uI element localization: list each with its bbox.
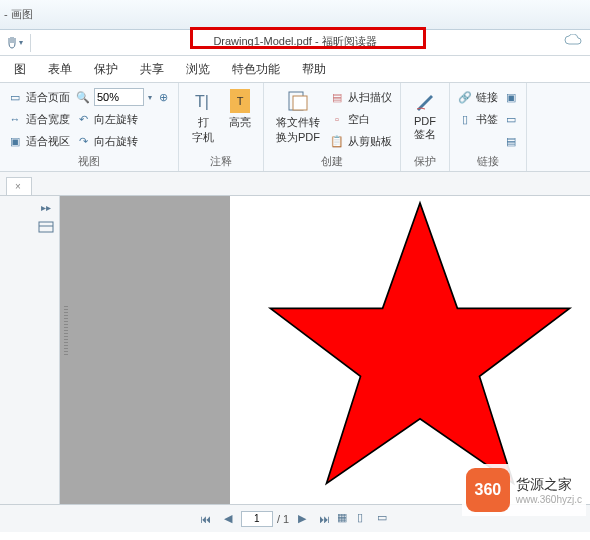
ribbon-protect-label: 保护 — [409, 154, 441, 169]
pen-icon — [413, 89, 437, 113]
extra-icon-2: ▭ — [504, 112, 518, 126]
panel-layers-button[interactable] — [37, 220, 55, 234]
pdf-sign-button[interactable]: PDF 签名 — [409, 87, 441, 144]
link-icon: 🔗 — [458, 90, 472, 104]
zoom-controls: 🔍 ▾ ⊕ — [76, 87, 170, 107]
watermark-url: www.360hyzj.c — [516, 494, 582, 505]
highlight-icon: T — [230, 89, 250, 113]
fit-width-icon: ↔ — [8, 112, 22, 126]
svg-rect-2 — [293, 96, 307, 110]
title-partial: - 画图 — [0, 7, 33, 22]
menu-tu[interactable]: 图 — [4, 58, 36, 81]
zoom-select[interactable] — [94, 88, 144, 106]
close-tab-icon[interactable]: × — [15, 181, 21, 192]
fit-page-icon: ▭ — [8, 90, 22, 104]
scanner-icon: ▤ — [330, 90, 344, 104]
typewriter-button[interactable]: T| 打 字机 — [187, 87, 219, 147]
zoom-dropdown-icon[interactable]: ▾ — [148, 93, 152, 102]
from-clipboard-button[interactable]: 📋从剪贴板 — [330, 131, 392, 151]
titlebar: - 画图 — [0, 0, 590, 30]
menu-features[interactable]: 特色功能 — [222, 58, 290, 81]
page-number-input[interactable] — [241, 511, 273, 527]
title-highlight-box — [190, 27, 426, 49]
first-page-button[interactable]: ⏮ — [197, 510, 215, 528]
prev-page-button[interactable]: ◀ — [219, 510, 237, 528]
rotate-right-icon: ↷ — [76, 134, 90, 148]
red-star-shape — [250, 196, 590, 504]
ribbon-group-protect: PDF 签名 保护 — [401, 83, 450, 171]
svg-marker-5 — [270, 203, 569, 484]
menu-help[interactable]: 帮助 — [292, 58, 336, 81]
watermark: 360 货源之家 www.360hyzj.c — [462, 464, 586, 516]
next-page-button[interactable]: ▶ — [293, 510, 311, 528]
link-button[interactable]: 🔗链接 — [458, 87, 498, 107]
fit-view-button[interactable]: ▣适合视区 — [8, 131, 70, 151]
view-mode-3-icon[interactable]: ▭ — [377, 511, 393, 527]
menu-share[interactable]: 共享 — [130, 58, 174, 81]
svg-text:T|: T| — [195, 93, 209, 110]
ribbon-group-view: ▭适合页面 ↔适合宽度 ▣适合视区 🔍 ▾ ⊕ ↶向左旋转 ↷向右旋转 视图 — [0, 83, 179, 171]
extra-button-1[interactable]: ▣ — [504, 87, 518, 107]
ribbon-links-label: 链接 — [458, 154, 518, 169]
menu-browse[interactable]: 浏览 — [176, 58, 220, 81]
watermark-badge: 360 — [466, 468, 510, 512]
cloud-icon[interactable] — [564, 32, 582, 44]
blank-icon: ▫ — [330, 112, 344, 126]
page-total-label: / 1 — [277, 513, 289, 525]
content-area: ▸▸ — [0, 196, 590, 504]
ribbon: ▭适合页面 ↔适合宽度 ▣适合视区 🔍 ▾ ⊕ ↶向左旋转 ↷向右旋转 视图 T… — [0, 82, 590, 172]
convert-to-pdf-button[interactable]: 将文件转 换为PDF — [272, 87, 324, 151]
bookmark-icon: ▯ — [458, 112, 472, 126]
bookmark-button[interactable]: ▯书签 — [458, 109, 498, 129]
ribbon-view-label: 视图 — [8, 154, 170, 169]
watermark-title: 货源之家 — [516, 476, 582, 494]
zoom-in-icon[interactable]: ⊕ — [156, 90, 170, 104]
clipboard-icon: 📋 — [330, 134, 344, 148]
extra-button-3[interactable]: ▤ — [504, 131, 518, 151]
fit-width-button[interactable]: ↔适合宽度 — [8, 109, 70, 129]
view-mode-1-icon[interactable]: ▦ — [337, 511, 353, 527]
fit-page-button[interactable]: ▭适合页面 — [8, 87, 70, 107]
rotate-left-button[interactable]: ↶向左旋转 — [76, 109, 170, 129]
page-margin — [60, 196, 230, 504]
highlight-button[interactable]: T 高亮 — [225, 87, 255, 147]
menu-form[interactable]: 表单 — [38, 58, 82, 81]
canvas — [60, 196, 590, 504]
typewriter-icon: T| — [191, 89, 215, 113]
pdf-page[interactable] — [230, 196, 590, 504]
ribbon-group-annotate: T| 打 字机 T 高亮 注释 — [179, 83, 264, 171]
menubar: 图 表单 保护 共享 浏览 特色功能 帮助 — [0, 56, 590, 82]
view-mode-2-icon[interactable]: ▯ — [357, 511, 373, 527]
blank-page-button[interactable]: ▫空白 — [330, 109, 392, 129]
zoom-out-icon[interactable]: 🔍 — [76, 90, 90, 104]
last-page-button[interactable]: ⏭ — [315, 510, 333, 528]
document-tab[interactable]: × — [6, 177, 32, 195]
ribbon-group-create: 将文件转 换为PDF ▤从扫描仪 ▫空白 📋从剪贴板 创建 — [264, 83, 401, 171]
convert-icon — [286, 89, 310, 113]
from-scanner-button[interactable]: ▤从扫描仪 — [330, 87, 392, 107]
ribbon-create-label: 创建 — [272, 154, 392, 169]
rotate-left-icon: ↶ — [76, 112, 90, 126]
extra-button-2[interactable]: ▭ — [504, 109, 518, 129]
menu-protect[interactable]: 保护 — [84, 58, 128, 81]
side-panel: ▸▸ — [0, 196, 60, 504]
rotate-right-button[interactable]: ↷向右旋转 — [76, 131, 170, 151]
ribbon-group-links: 🔗链接 ▯书签 ▣ ▭ ▤ 链接 — [450, 83, 527, 171]
extra-icon-1: ▣ — [504, 90, 518, 104]
fit-view-icon: ▣ — [8, 134, 22, 148]
extra-icon-3: ▤ — [504, 134, 518, 148]
page-grip[interactable] — [64, 306, 68, 356]
svg-rect-3 — [39, 222, 53, 232]
panel-collapse-button[interactable]: ▸▸ — [37, 200, 55, 214]
document-tab-strip: × — [0, 172, 590, 196]
ribbon-annotate-label: 注释 — [187, 154, 255, 169]
